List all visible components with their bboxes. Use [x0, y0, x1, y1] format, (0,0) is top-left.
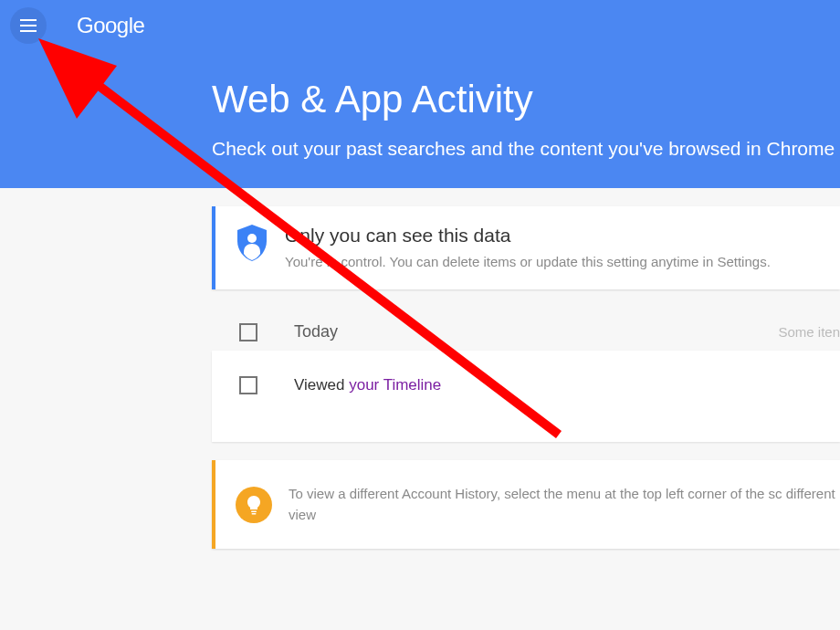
svg-rect-2 [20, 30, 37, 32]
svg-rect-1 [20, 25, 37, 26]
section-right-text: Some iten [778, 324, 840, 340]
tip-text: To view a different Account History, sel… [289, 484, 840, 525]
svg-rect-5 [252, 513, 257, 515]
google-logo: Google [77, 13, 144, 38]
svg-rect-0 [20, 19, 37, 21]
lightbulb-icon [246, 495, 262, 515]
privacy-card-text: Only you can see this data You're in con… [285, 225, 771, 271]
today-checkbox[interactable] [239, 323, 257, 341]
page-subtitle: Check out your past searches and the con… [212, 138, 835, 160]
privacy-card-title: Only you can see this data [285, 225, 771, 247]
shield-icon [236, 225, 268, 261]
page-title: Web & App Activity [212, 78, 835, 121]
tip-card: To view a different Account History, sel… [212, 460, 840, 549]
section-header: Today Some iten [212, 310, 840, 351]
bulb-circle [236, 487, 272, 523]
section-label: Today [294, 322, 778, 341]
header: Google Web & App Activity Check out your… [0, 0, 840, 188]
item-link[interactable]: your Timeline [349, 376, 441, 394]
item-checkbox[interactable] [239, 376, 257, 394]
item-prefix: Viewed [294, 376, 349, 394]
privacy-card-subtitle: You're in control. You can delete items … [285, 252, 771, 271]
menu-button[interactable] [10, 7, 47, 44]
activity-item: Viewed your Timeline [212, 351, 840, 442]
item-text: Viewed your Timeline [294, 376, 441, 394]
svg-point-3 [247, 234, 257, 243]
content: Only you can see this data You're in con… [0, 188, 840, 549]
svg-rect-4 [251, 510, 257, 512]
header-content: Web & App Activity Check out your past s… [212, 78, 835, 160]
privacy-card: Only you can see this data You're in con… [212, 206, 840, 289]
hamburger-icon [20, 19, 37, 32]
